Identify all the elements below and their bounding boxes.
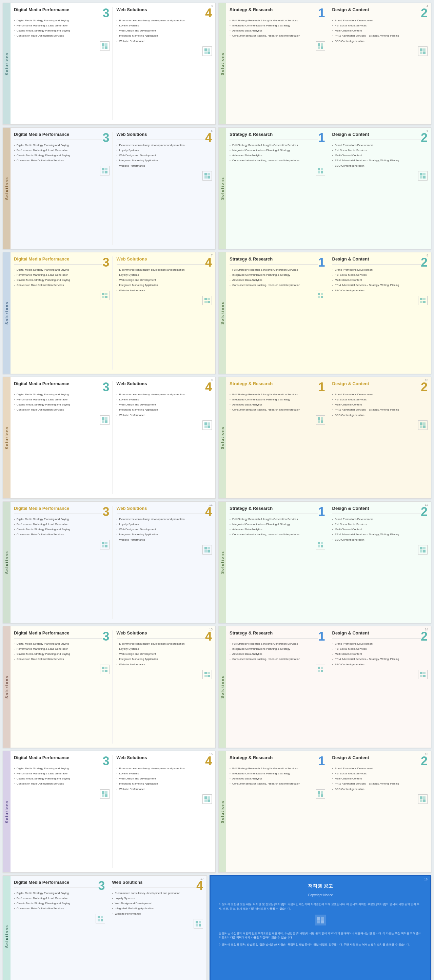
section-items-list: Digital Media Strategy Planning and Buyi… (14, 143, 110, 163)
svg-rect-40 (318, 293, 320, 295)
svg-rect-14 (420, 51, 423, 54)
slide-content: 1Strategy & ResearchFull Strategy Resear… (226, 252, 431, 374)
svg-rect-53 (207, 422, 210, 425)
section-items-list: Full Strategy Research & Insights Genera… (230, 392, 325, 413)
list-item: Full Strategy Research & Insights Genera… (230, 267, 325, 272)
svg-rect-51 (105, 420, 107, 423)
list-item: Performance Marketing & Lead Generation (14, 896, 105, 901)
svg-rect-59 (321, 420, 323, 423)
logo-box (203, 171, 212, 181)
svg-rect-63 (423, 425, 426, 428)
svg-rect-91 (321, 670, 323, 672)
section-number: 2 (421, 256, 428, 269)
section-title: Design & Content (332, 256, 428, 262)
list-item: SEO Content generation (332, 537, 428, 542)
panel-left: 3Digital Media PerformanceDigital Media … (14, 7, 113, 120)
svg-rect-54 (204, 425, 207, 428)
svg-rect-33 (105, 293, 107, 295)
logo-box (100, 665, 110, 674)
list-item: Integrated Communications Planning & Str… (230, 646, 325, 651)
list-item: Website Performance (116, 413, 212, 418)
list-item: E-commerce consultancy, development and … (116, 392, 212, 397)
list-item: Performance Marketing & Lead Generation (14, 272, 110, 277)
svg-rect-67 (105, 545, 107, 547)
svg-rect-112 (97, 916, 100, 918)
section-number: 1 (318, 755, 325, 767)
list-item: Consumer behavior tracking, research and… (230, 158, 325, 163)
svg-rect-119 (199, 924, 201, 926)
svg-rect-24 (318, 168, 320, 170)
panel-left: 1Strategy & ResearchFull Strategy Resear… (230, 381, 328, 494)
list-item: Loyalty Systems (112, 896, 203, 901)
list-item: Web Design and Development (116, 527, 212, 532)
svg-rect-94 (420, 675, 423, 677)
svg-rect-66 (102, 545, 104, 547)
slide-number: 8 (426, 254, 428, 257)
section-title: Digital Media Performance (14, 132, 110, 138)
section-items-list: Digital Media Strategy Planning and Buyi… (14, 517, 110, 537)
svg-rect-49 (105, 417, 107, 420)
section-title: Design & Content (332, 630, 428, 636)
list-item: PR & Advertorial Services – Strategy, Wr… (332, 657, 428, 662)
left-slide: 17Solutions3Digital Media PerformanceDig… (3, 875, 207, 980)
section-title: Design & Content (332, 506, 428, 512)
svg-rect-65 (105, 542, 107, 544)
slide-content: 1Strategy & ResearchFull Strategy Resear… (226, 751, 431, 872)
list-item: Website Performance (116, 39, 212, 44)
svg-rect-114 (97, 919, 100, 921)
svg-rect-84 (204, 672, 207, 674)
panel-right: 2Design & ContentBrand Promotions Develo… (331, 630, 428, 743)
list-item: E-commerce consultancy, development and … (112, 891, 203, 896)
section-items-list: Brand Promotions DevelopmentFull Social … (332, 143, 428, 169)
svg-rect-101 (207, 796, 210, 799)
logo-box (316, 415, 325, 425)
copyright-body-3: 이 문서에 포함된 전략, 방법론 및 접근 방식은 [회사명]의 독점적인 방… (219, 943, 422, 947)
slide-content: 3Digital Media PerformanceDigital Media … (11, 252, 215, 374)
panel-left: 3Digital Media PerformanceDigital Media … (14, 132, 113, 245)
list-item: Full Strategy Research & Insights Genera… (230, 517, 325, 522)
list-item: Classic Media Strategy Planning and Buyi… (14, 28, 110, 33)
section-items-list: Brand Promotions DevelopmentFull Social … (332, 766, 428, 792)
section-title: Strategy & Research (230, 7, 325, 13)
svg-rect-75 (321, 545, 323, 547)
solutions-label: Solutions (3, 626, 11, 748)
svg-rect-13 (423, 48, 426, 51)
list-item: Advanced Data Analytics (230, 277, 325, 283)
list-item: Web Design and Development (116, 651, 212, 657)
list-item: Full Social Media Services (332, 272, 428, 277)
svg-rect-32 (102, 293, 104, 295)
svg-rect-118 (196, 924, 198, 926)
svg-rect-3 (105, 46, 107, 49)
list-item: SEO Content generation (332, 288, 428, 293)
panel-left: 1Strategy & ResearchFull Strategy Resear… (230, 506, 328, 619)
solutions-label: Solutions (3, 3, 11, 124)
list-item: Loyalty Systems (116, 397, 212, 402)
list-item: Integrated Marketing Application (116, 657, 212, 662)
list-item: Integrated Communications Planning & Str… (230, 272, 325, 277)
slide-row-2: 5Solutions3Digital Media PerformanceDigi… (3, 127, 431, 249)
svg-rect-2 (102, 46, 104, 49)
svg-rect-7 (207, 51, 210, 54)
section-number: 2 (421, 630, 428, 643)
section-number: 2 (421, 7, 428, 19)
svg-rect-72 (318, 542, 320, 544)
list-item: Conversion Rate Optimization Services (14, 906, 105, 911)
left-slide: 15Solutions3Digital Media PerformanceDig… (3, 751, 215, 873)
section-items-list: Full Strategy Research & Insights Genera… (230, 641, 325, 662)
list-item: Conversion Rate Optimization Services (14, 33, 110, 38)
list-item: Integrated Communications Planning & Str… (230, 397, 325, 402)
svg-rect-97 (105, 791, 107, 794)
svg-rect-102 (204, 799, 207, 802)
list-item: Integrated Marketing Application (116, 532, 212, 537)
section-items-list: Digital Media Strategy Planning and Buyi… (14, 267, 110, 288)
slide-number: 12 (425, 503, 428, 506)
logo-box (203, 420, 212, 430)
list-item: Website Performance (116, 787, 212, 792)
slide-content: 3Digital Media PerformanceDigital Media … (11, 502, 215, 623)
list-item: Performance Marketing & Lead Generation (14, 522, 110, 527)
svg-rect-117 (199, 921, 201, 923)
solutions-label: Solutions (219, 377, 226, 498)
svg-rect-1 (105, 43, 107, 46)
list-item: Conversion Rate Optimization Services (14, 657, 110, 662)
svg-rect-16 (102, 168, 104, 170)
